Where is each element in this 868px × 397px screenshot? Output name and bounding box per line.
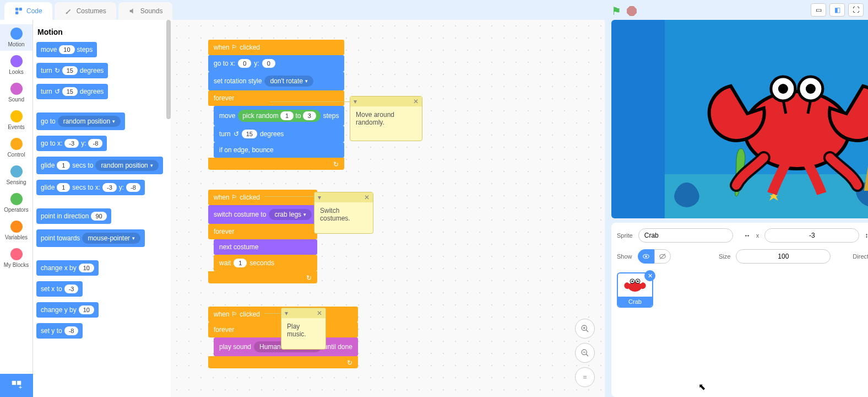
svg-point-31 <box>632 281 633 282</box>
svg-point-19 <box>778 84 788 94</box>
comment-1[interactable]: ▾✕ Move around randomly. <box>350 96 422 141</box>
zoom-out-icon <box>581 348 589 357</box>
zoom-in-icon <box>581 324 589 333</box>
sprite-x-input[interactable] <box>764 228 859 243</box>
block-change-y[interactable]: change y by10 <box>36 302 99 318</box>
stop-button[interactable] <box>627 6 637 16</box>
op-pick-random[interactable]: pick random 1 to 3 <box>238 110 320 122</box>
comment-collapse-icon[interactable]: ▾ <box>354 98 357 105</box>
tab-code-label: Code <box>26 7 42 15</box>
block-change-x[interactable]: change x by10 <box>36 260 99 276</box>
comment-3[interactable]: ▾✕ Play music. <box>281 308 326 350</box>
hide-sprite-button[interactable] <box>654 249 671 264</box>
block-set-rotation-style[interactable]: set rotation styledon't rotate <box>208 72 344 90</box>
block-next-costume[interactable]: next costume <box>214 239 317 255</box>
green-flag-button[interactable]: ⚑ <box>611 4 621 18</box>
brush-icon <box>64 7 73 15</box>
hat-when-flag-clicked[interactable]: when 🏳 clicked <box>208 190 317 205</box>
stage-large-button[interactable]: ◧ <box>829 3 845 17</box>
comment-close-icon[interactable]: ✕ <box>364 194 370 201</box>
eye-icon <box>642 253 650 260</box>
tab-costumes[interactable]: Costumes <box>55 2 116 20</box>
block-set-y[interactable]: set y to-8 <box>36 323 83 339</box>
delete-sprite-button[interactable]: ✕ <box>644 270 655 281</box>
block-switch-costume[interactable]: switch costume tocrab legs <box>208 205 317 224</box>
forever-end <box>208 356 358 368</box>
svg-point-32 <box>637 281 639 282</box>
comment-collapse-icon[interactable]: ▾ <box>285 309 288 317</box>
block-point-towards[interactable]: point towardsmouse-pointer <box>36 229 145 247</box>
tab-sounds-label: Sounds <box>140 7 163 15</box>
palette-heading: Motion <box>37 28 167 36</box>
rotate-ccw-icon: ↺ <box>234 130 239 138</box>
block-turn-cw[interactable]: turn↻15degrees <box>36 63 108 78</box>
block-move-steps[interactable]: movepick random 1 to 3steps <box>214 106 344 126</box>
category-looks[interactable]: Looks <box>0 52 32 78</box>
category-sensing[interactable]: Sensing <box>0 162 32 189</box>
svg-text:+: + <box>18 384 21 390</box>
xy-icon: ↔ <box>744 232 751 239</box>
script-1[interactable]: when 🏳 clicked go to x:0y:0 set rotation… <box>208 40 344 170</box>
block-palette: Motion move10steps turn↻15degrees turn↺1… <box>33 20 171 397</box>
svg-point-21 <box>806 84 816 94</box>
block-move-steps[interactable]: move10steps <box>36 42 97 57</box>
category-variables[interactable]: Variables <box>0 217 32 244</box>
sprite-card-crab[interactable]: ✕ Crab <box>617 272 653 308</box>
palette-scrollbar[interactable] <box>166 20 171 119</box>
comment-collapse-icon[interactable]: ▾ <box>318 194 321 201</box>
comment-connector <box>264 313 281 314</box>
rotate-ccw-icon: ↺ <box>55 88 60 95</box>
forever-end <box>208 271 317 283</box>
script-2[interactable]: when 🏳 clicked switch costume tocrab leg… <box>208 190 317 283</box>
script-workspace[interactable]: when 🏳 clicked go to x:0y:0 set rotation… <box>171 20 608 397</box>
category-myblocks[interactable]: My Blocks <box>0 245 32 271</box>
sprite-name-label: Sprite <box>617 232 633 239</box>
block-goto-xy[interactable]: go to x:-3y:-8 <box>36 136 107 151</box>
block-glide-xy[interactable]: glide1secs to x:-3y:-8 <box>36 180 145 195</box>
block-forever[interactable]: forever <box>208 90 344 106</box>
fullscreen-button[interactable]: ⛶ <box>848 3 864 17</box>
block-if-on-edge-bounce[interactable]: if on edge, bounce <box>214 142 344 158</box>
svg-rect-3 <box>12 381 15 385</box>
eye-off-icon <box>659 253 666 260</box>
svg-rect-2 <box>15 12 18 14</box>
comment-close-icon[interactable]: ✕ <box>317 309 322 317</box>
svg-point-25 <box>645 255 647 257</box>
stage-small-button[interactable]: ▭ <box>811 3 826 17</box>
sprite-thumb-icon <box>624 276 646 294</box>
block-goto-xy[interactable]: go to x:0y:0 <box>208 55 344 72</box>
extension-icon: + <box>10 379 23 391</box>
svg-rect-1 <box>19 8 22 10</box>
block-glide[interactable]: glide1secs torandom position <box>36 157 163 174</box>
comment-close-icon[interactable]: ✕ <box>413 98 419 105</box>
comment-connector <box>264 196 314 197</box>
category-operators[interactable]: Operators <box>0 190 32 216</box>
sprite-info-panel: Sprite ↔ x ↕ y Show <box>611 223 868 397</box>
comment-2[interactable]: ▾✕ Switch costumes. <box>314 192 373 234</box>
block-turn-ccw[interactable]: turn↺15degrees <box>36 84 108 99</box>
category-sound[interactable]: Sound <box>0 79 32 106</box>
block-wait[interactable]: wait1seconds <box>214 255 317 271</box>
stage-view[interactable] <box>611 20 868 218</box>
tab-sounds[interactable]: Sounds <box>118 2 173 20</box>
block-goto[interactable]: go torandom position <box>36 112 125 130</box>
hat-when-flag-clicked[interactable]: when 🏳 clicked <box>208 40 344 55</box>
category-motion[interactable]: Motion <box>0 24 32 51</box>
block-forever[interactable]: forever <box>208 224 317 239</box>
forever-end <box>208 158 344 170</box>
tab-code[interactable]: Code <box>4 2 52 20</box>
zoom-out-button[interactable] <box>575 343 595 363</box>
block-turn-ccw[interactable]: turn↺15degrees <box>214 126 344 142</box>
sprite-name-input[interactable] <box>638 228 733 243</box>
sound-icon <box>128 7 137 15</box>
block-point-direction[interactable]: point in direction90 <box>36 208 111 224</box>
sprite-size-input[interactable] <box>736 249 831 264</box>
category-control[interactable]: Control <box>0 135 32 161</box>
add-extension-button[interactable]: + <box>0 374 33 397</box>
category-events[interactable]: Events <box>0 107 32 133</box>
y-icon: ↕ <box>865 232 868 239</box>
zoom-reset-button[interactable]: = <box>575 367 595 387</box>
block-set-x[interactable]: set x to-3 <box>36 281 83 297</box>
show-sprite-button[interactable] <box>638 249 654 264</box>
zoom-in-button[interactable] <box>575 319 595 339</box>
